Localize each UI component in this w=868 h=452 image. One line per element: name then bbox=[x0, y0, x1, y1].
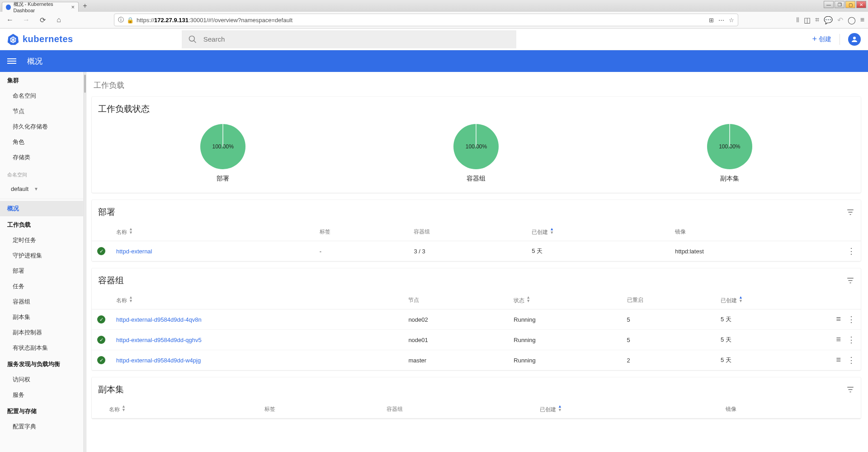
pods-card: 容器组 名称▲▼ 节点 状态▲▼ 已重启 已创建▲▼ ✓httpd-extern… bbox=[92, 268, 861, 370]
table-row: ✓httpd-external-d9584d9dd-w4pjgmasterRun… bbox=[92, 350, 861, 371]
sidebar-item-storageclass[interactable]: 存储类 bbox=[0, 150, 83, 165]
col-pods[interactable]: 容器组 bbox=[381, 400, 534, 419]
url-scheme: https:// bbox=[137, 17, 154, 24]
url-host: 172.27.9.131 bbox=[154, 17, 189, 24]
library-icon[interactable]: ⫴ bbox=[796, 16, 799, 24]
tab-close-icon[interactable]: × bbox=[71, 4, 75, 10]
sidebar-item-cronjob[interactable]: 定时任务 bbox=[0, 233, 83, 248]
row-menu-icon[interactable]: ⋮ bbox=[847, 246, 855, 256]
sidebar-item-replicationcontroller[interactable]: 副本控制器 bbox=[0, 325, 83, 340]
col-created[interactable]: 已创建▲▼ bbox=[526, 223, 670, 241]
sidebar-item-statefulset[interactable]: 有状态副本集 bbox=[0, 340, 83, 356]
sort-icon: ▲▼ bbox=[129, 295, 133, 303]
col-labels[interactable]: 标签 bbox=[314, 223, 409, 241]
sidebar-item-daemonset[interactable]: 守护进程集 bbox=[0, 248, 83, 263]
sidebar-item-service[interactable]: 服务 bbox=[0, 387, 83, 403]
pod-link[interactable]: httpd-external-d9584d9dd-4qv8n bbox=[116, 316, 202, 323]
logs-icon[interactable]: ≡ bbox=[836, 314, 841, 324]
tab-title: 概况 - Kubernetes Dashboar bbox=[14, 1, 69, 13]
sort-icon: ▲▼ bbox=[739, 295, 743, 303]
browser-chrome: 概况 - Kubernetes Dashboar × + — ❐ ▢ ✕ ← →… bbox=[0, 0, 868, 29]
status-ok-icon: ✓ bbox=[97, 247, 105, 255]
sidebar-item-namespace[interactable]: 命名空间 bbox=[0, 88, 83, 104]
sidebar-item-configmap[interactable]: 配置字典 bbox=[0, 419, 83, 434]
namespace-select[interactable]: default ▼ bbox=[0, 182, 83, 199]
sidebar-item-pod[interactable]: 容器组 bbox=[0, 294, 83, 309]
nav-forward-button[interactable]: → bbox=[20, 14, 33, 26]
logs-icon[interactable]: ≡ bbox=[836, 355, 841, 365]
sidebar-section-cluster: 集群 bbox=[0, 72, 83, 88]
window-minimize-button[interactable]: — bbox=[824, 1, 834, 8]
sidebar-item-replicaset[interactable]: 副本集 bbox=[0, 309, 83, 325]
user-menu-button[interactable] bbox=[848, 33, 861, 46]
lock-icon: 🔒 bbox=[127, 17, 134, 24]
window-maximize-button[interactable]: ▢ bbox=[845, 1, 855, 8]
sort-icon: ▲▼ bbox=[526, 295, 530, 303]
filter-icon[interactable] bbox=[846, 208, 854, 216]
row-menu-icon[interactable]: ⋮ bbox=[847, 335, 855, 345]
col-created[interactable]: 已创建▲▼ bbox=[534, 400, 720, 419]
col-created[interactable]: 已创建▲▼ bbox=[715, 291, 829, 309]
nav-home-button[interactable]: ⌂ bbox=[52, 14, 65, 26]
donut-chart-icon: 100.00% bbox=[707, 124, 752, 169]
sidebar-item-overview[interactable]: 概况 bbox=[0, 201, 83, 216]
row-menu-icon[interactable]: ⋮ bbox=[847, 355, 855, 365]
logo[interactable]: kubernetes bbox=[7, 33, 73, 45]
filter-icon[interactable] bbox=[846, 276, 854, 285]
more-icon[interactable]: ⋯ bbox=[718, 17, 724, 24]
filter-icon[interactable] bbox=[846, 385, 854, 394]
bookmark-icon[interactable]: ☆ bbox=[729, 17, 734, 24]
sidebar-item-node[interactable]: 节点 bbox=[0, 104, 83, 119]
search-box[interactable] bbox=[182, 30, 516, 48]
new-tab-button[interactable]: + bbox=[80, 1, 90, 10]
cell-labels: - bbox=[314, 241, 409, 262]
col-pods[interactable]: 容器组 bbox=[408, 223, 526, 241]
col-name[interactable]: 名称▲▼ bbox=[111, 291, 403, 309]
window-restore-button[interactable]: ❐ bbox=[835, 1, 844, 8]
sidebar-item-pv[interactable]: 持久化存储卷 bbox=[0, 119, 83, 134]
window-controls: — ❐ ▢ ✕ bbox=[824, 1, 866, 8]
donut-chart-icon: 100.00% bbox=[453, 124, 499, 169]
sidebar-item-role[interactable]: 角色 bbox=[0, 134, 83, 150]
undo-icon[interactable]: ↶ bbox=[837, 16, 843, 24]
hamburger-button[interactable] bbox=[7, 58, 16, 64]
col-name[interactable]: 名称▲▼ bbox=[111, 223, 314, 241]
nav-back-button[interactable]: ← bbox=[4, 14, 16, 26]
col-restarts[interactable]: 已重启 bbox=[622, 291, 715, 309]
col-image[interactable]: 镜像 bbox=[670, 223, 842, 241]
chat-icon[interactable]: 💬 bbox=[824, 16, 833, 24]
browser-tab[interactable]: 概况 - Kubernetes Dashboar × bbox=[2, 2, 79, 12]
menu-icon[interactable]: ≡ bbox=[860, 16, 864, 24]
window-close-button[interactable]: ✕ bbox=[856, 1, 866, 8]
sidebar-icon[interactable]: ◫ bbox=[804, 16, 811, 24]
url-bar[interactable]: ⓘ 🔒 https://172.27.9.131:30001/#!/overvi… bbox=[114, 14, 738, 26]
col-node[interactable]: 节点 bbox=[403, 291, 508, 309]
addon-icon[interactable]: ⌗ bbox=[815, 16, 819, 24]
deployment-link[interactable]: httpd-external bbox=[116, 248, 152, 255]
col-image[interactable]: 镜像 bbox=[720, 400, 843, 419]
cell-node: node02 bbox=[403, 309, 508, 330]
qr-icon[interactable]: ⊞ bbox=[709, 17, 714, 24]
donut-caption: 副本集 bbox=[720, 175, 739, 183]
sidebar-item-deployment[interactable]: 部署 bbox=[0, 263, 83, 279]
logs-icon[interactable]: ≡ bbox=[836, 335, 841, 345]
account-icon[interactable]: ◯ bbox=[848, 16, 856, 24]
sidebar-item-ingress[interactable]: 访问权 bbox=[0, 372, 83, 387]
replicasets-title: 副本集 bbox=[98, 384, 124, 395]
row-menu-icon[interactable]: ⋮ bbox=[847, 314, 855, 324]
workload-status-title: 工作负载状态 bbox=[92, 97, 861, 119]
col-status[interactable]: 状态▲▼ bbox=[508, 291, 621, 309]
search-input[interactable] bbox=[203, 35, 510, 43]
pod-link[interactable]: httpd-external-d9584d9dd-w4pjg bbox=[116, 357, 201, 364]
sidebar: 集群 命名空间 节点 持久化存储卷 角色 存储类 命名空间 default ▼ … bbox=[0, 72, 84, 452]
pod-link[interactable]: httpd-external-d9584d9dd-qghv5 bbox=[116, 337, 202, 343]
donut-chart-icon: 100.00% bbox=[200, 124, 245, 169]
nav-reload-button[interactable]: ⟳ bbox=[36, 14, 49, 26]
create-button[interactable]: + 创建 bbox=[812, 34, 831, 44]
col-labels[interactable]: 标签 bbox=[259, 400, 382, 419]
col-name[interactable]: 名称▲▼ bbox=[104, 400, 259, 419]
cell-created: 5 天 bbox=[715, 330, 829, 350]
cell-status: Running bbox=[508, 309, 621, 330]
sidebar-item-job[interactable]: 任务 bbox=[0, 279, 83, 294]
namespace-value: default bbox=[11, 186, 28, 192]
